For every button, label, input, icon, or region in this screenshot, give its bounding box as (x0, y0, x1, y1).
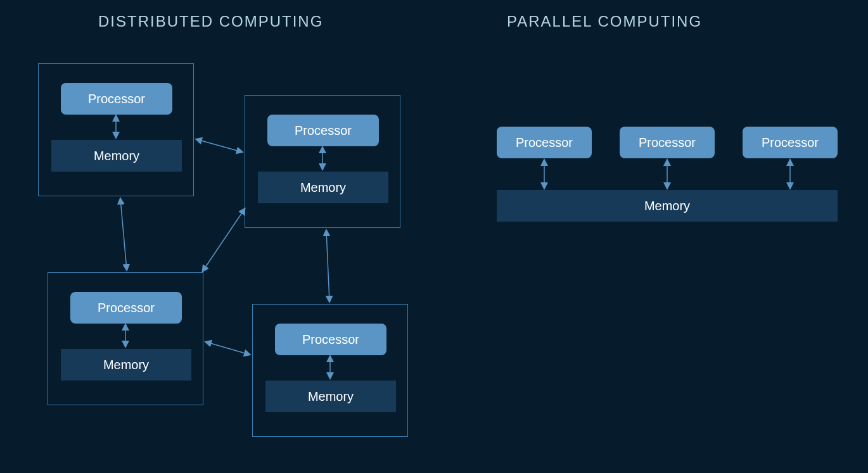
processor-box: Processor (70, 292, 182, 324)
parallel-processor-3: Processor (743, 127, 838, 158)
processor-label: Processor (302, 332, 359, 347)
memory-box: Memory (51, 140, 182, 172)
parallel-processor-2: Processor (620, 127, 715, 158)
link-n1-n2 (196, 139, 242, 152)
memory-box: Memory (61, 349, 191, 381)
processor-label: Processor (88, 92, 145, 106)
processor-label: Processor (98, 301, 155, 315)
processor-box: Processor (275, 324, 386, 355)
memory-box: Memory (258, 172, 388, 203)
processor-label: Processor (762, 136, 819, 150)
processor-box: Processor (61, 83, 172, 115)
distributed-node-2: Processor Memory (245, 95, 400, 228)
memory-label: Memory (103, 358, 149, 372)
processor-label: Processor (516, 136, 573, 150)
link-n3-n4 (206, 342, 250, 355)
processor-label: Processor (295, 123, 352, 138)
parallel-processor-1: Processor (497, 127, 592, 158)
link-n2-n4 (326, 230, 329, 301)
parallel-shared-memory: Memory (497, 190, 838, 222)
memory-box: Memory (265, 381, 396, 412)
processor-box: Processor (267, 115, 379, 146)
memory-label: Memory (300, 180, 346, 195)
memory-label: Memory (644, 199, 690, 213)
memory-label: Memory (308, 389, 354, 404)
distributed-node-4: Processor Memory (252, 304, 408, 437)
title-parallel: PARALLEL COMPUTING (507, 13, 702, 30)
link-n1-n3 (120, 199, 127, 270)
link-n2-n3 (203, 209, 245, 271)
memory-label: Memory (94, 149, 139, 163)
distributed-node-1: Processor Memory (38, 63, 194, 196)
diagram-stage: DISTRIBUTED COMPUTING PARALLEL COMPUTING… (0, 0, 868, 473)
processor-label: Processor (639, 136, 696, 150)
title-distributed: DISTRIBUTED COMPUTING (98, 13, 323, 30)
distributed-node-3: Processor Memory (48, 272, 203, 405)
